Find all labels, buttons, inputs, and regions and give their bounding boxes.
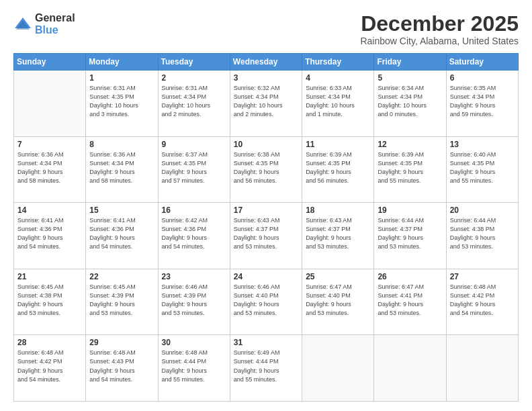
day-info: Sunrise: 6:35 AM Sunset: 4:34 PM Dayligh… xyxy=(450,84,515,119)
table-row: 8Sunrise: 6:36 AM Sunset: 4:34 PM Daylig… xyxy=(86,136,158,203)
day-number: 7 xyxy=(17,140,82,149)
day-number: 5 xyxy=(378,73,442,83)
day-number: 11 xyxy=(306,140,370,149)
day-number: 2 xyxy=(162,73,226,83)
day-number: 3 xyxy=(234,73,298,83)
day-info: Sunrise: 6:39 AM Sunset: 4:35 PM Dayligh… xyxy=(306,150,370,185)
day-info: Sunrise: 6:32 AM Sunset: 4:34 PM Dayligh… xyxy=(234,84,298,119)
day-number: 26 xyxy=(378,272,442,281)
day-info: Sunrise: 6:43 AM Sunset: 4:37 PM Dayligh… xyxy=(234,216,298,251)
title-block: December 2025 Rainbow City, Alabama, Uni… xyxy=(360,12,519,46)
day-info: Sunrise: 6:42 AM Sunset: 4:36 PM Dayligh… xyxy=(162,216,226,251)
table-row xyxy=(14,71,86,137)
calendar-header-row: Sunday Monday Tuesday Wednesday Thursday… xyxy=(14,54,519,71)
table-row: 10Sunrise: 6:38 AM Sunset: 4:35 PM Dayli… xyxy=(230,136,302,203)
table-row: 21Sunrise: 6:45 AM Sunset: 4:38 PM Dayli… xyxy=(14,269,86,335)
table-row: 19Sunrise: 6:44 AM Sunset: 4:37 PM Dayli… xyxy=(374,203,446,269)
calendar-week-row: 7Sunrise: 6:36 AM Sunset: 4:34 PM Daylig… xyxy=(14,136,519,203)
day-info: Sunrise: 6:45 AM Sunset: 4:38 PM Dayligh… xyxy=(17,283,82,318)
table-row: 1Sunrise: 6:31 AM Sunset: 4:35 PM Daylig… xyxy=(86,71,158,137)
table-row: 5Sunrise: 6:34 AM Sunset: 4:34 PM Daylig… xyxy=(374,71,446,137)
table-row: 3Sunrise: 6:32 AM Sunset: 4:34 PM Daylig… xyxy=(230,71,302,137)
day-number: 21 xyxy=(17,272,82,281)
month-title: December 2025 xyxy=(360,12,519,36)
table-row: 25Sunrise: 6:47 AM Sunset: 4:40 PM Dayli… xyxy=(302,269,374,335)
table-row xyxy=(302,335,374,402)
table-row: 29Sunrise: 6:48 AM Sunset: 4:43 PM Dayli… xyxy=(86,335,158,402)
day-number: 6 xyxy=(450,73,515,83)
table-row: 31Sunrise: 6:49 AM Sunset: 4:44 PM Dayli… xyxy=(230,335,302,402)
table-row: 23Sunrise: 6:46 AM Sunset: 4:39 PM Dayli… xyxy=(158,269,230,335)
day-info: Sunrise: 6:49 AM Sunset: 4:44 PM Dayligh… xyxy=(234,349,298,383)
col-friday: Friday xyxy=(374,54,446,71)
day-info: Sunrise: 6:34 AM Sunset: 4:34 PM Dayligh… xyxy=(378,84,442,119)
table-row xyxy=(446,335,518,402)
table-row: 15Sunrise: 6:41 AM Sunset: 4:36 PM Dayli… xyxy=(86,203,158,269)
calendar-week-row: 14Sunrise: 6:41 AM Sunset: 4:36 PM Dayli… xyxy=(14,203,519,269)
table-row: 17Sunrise: 6:43 AM Sunset: 4:37 PM Dayli… xyxy=(230,203,302,269)
col-wednesday: Wednesday xyxy=(230,54,302,71)
day-number: 9 xyxy=(162,140,226,149)
col-saturday: Saturday xyxy=(446,54,518,71)
table-row: 26Sunrise: 6:47 AM Sunset: 4:41 PM Dayli… xyxy=(374,269,446,335)
day-number: 18 xyxy=(306,205,370,215)
location: Rainbow City, Alabama, United States xyxy=(360,36,519,46)
col-thursday: Thursday xyxy=(302,54,374,71)
day-number: 13 xyxy=(450,140,515,149)
day-info: Sunrise: 6:40 AM Sunset: 4:35 PM Dayligh… xyxy=(450,150,515,185)
table-row: 18Sunrise: 6:43 AM Sunset: 4:37 PM Dayli… xyxy=(302,203,374,269)
day-number: 29 xyxy=(89,338,154,347)
table-row: 28Sunrise: 6:48 AM Sunset: 4:42 PM Dayli… xyxy=(14,335,86,402)
day-number: 31 xyxy=(234,338,298,347)
table-row: 20Sunrise: 6:44 AM Sunset: 4:38 PM Dayli… xyxy=(446,203,518,269)
day-number: 8 xyxy=(89,140,154,149)
day-number: 30 xyxy=(162,338,226,347)
day-number: 10 xyxy=(234,140,298,149)
day-number: 27 xyxy=(450,272,515,281)
day-number: 23 xyxy=(162,272,226,281)
day-info: Sunrise: 6:48 AM Sunset: 4:42 PM Dayligh… xyxy=(450,283,515,318)
calendar-week-row: 1Sunrise: 6:31 AM Sunset: 4:35 PM Daylig… xyxy=(14,71,519,137)
day-info: Sunrise: 6:37 AM Sunset: 4:35 PM Dayligh… xyxy=(162,150,226,185)
day-info: Sunrise: 6:31 AM Sunset: 4:35 PM Dayligh… xyxy=(89,84,154,119)
col-monday: Monday xyxy=(86,54,158,71)
day-number: 15 xyxy=(89,205,154,215)
day-info: Sunrise: 6:33 AM Sunset: 4:34 PM Dayligh… xyxy=(306,84,370,119)
day-number: 20 xyxy=(450,205,515,215)
table-row: 13Sunrise: 6:40 AM Sunset: 4:35 PM Dayli… xyxy=(446,136,518,203)
day-info: Sunrise: 6:48 AM Sunset: 4:42 PM Dayligh… xyxy=(17,349,82,383)
table-row: 14Sunrise: 6:41 AM Sunset: 4:36 PM Dayli… xyxy=(14,203,86,269)
day-number: 25 xyxy=(306,272,370,281)
col-sunday: Sunday xyxy=(14,54,86,71)
day-number: 19 xyxy=(378,205,442,215)
calendar-week-row: 28Sunrise: 6:48 AM Sunset: 4:42 PM Dayli… xyxy=(14,335,519,402)
day-number: 24 xyxy=(234,272,298,281)
day-info: Sunrise: 6:48 AM Sunset: 4:43 PM Dayligh… xyxy=(89,349,154,383)
day-info: Sunrise: 6:36 AM Sunset: 4:34 PM Dayligh… xyxy=(17,150,82,185)
table-row: 30Sunrise: 6:48 AM Sunset: 4:44 PM Dayli… xyxy=(158,335,230,402)
day-number: 17 xyxy=(234,205,298,215)
day-info: Sunrise: 6:43 AM Sunset: 4:37 PM Dayligh… xyxy=(306,216,370,251)
day-number: 22 xyxy=(89,272,154,281)
day-info: Sunrise: 6:46 AM Sunset: 4:40 PM Dayligh… xyxy=(234,283,298,318)
header: General Blue December 2025 Rainbow City,… xyxy=(13,12,519,46)
table-row: 4Sunrise: 6:33 AM Sunset: 4:34 PM Daylig… xyxy=(302,71,374,137)
logo-text: General Blue xyxy=(35,12,75,36)
logo-blue-text: Blue xyxy=(35,24,75,36)
table-row: 6Sunrise: 6:35 AM Sunset: 4:34 PM Daylig… xyxy=(446,71,518,137)
day-info: Sunrise: 6:48 AM Sunset: 4:44 PM Dayligh… xyxy=(162,349,226,383)
table-row: 27Sunrise: 6:48 AM Sunset: 4:42 PM Dayli… xyxy=(446,269,518,335)
table-row: 11Sunrise: 6:39 AM Sunset: 4:35 PM Dayli… xyxy=(302,136,374,203)
table-row: 9Sunrise: 6:37 AM Sunset: 4:35 PM Daylig… xyxy=(158,136,230,203)
day-number: 1 xyxy=(89,73,154,83)
logo-icon xyxy=(13,15,32,34)
day-number: 14 xyxy=(17,205,82,215)
table-row xyxy=(374,335,446,402)
day-info: Sunrise: 6:38 AM Sunset: 4:35 PM Dayligh… xyxy=(234,150,298,185)
table-row: 2Sunrise: 6:31 AM Sunset: 4:34 PM Daylig… xyxy=(158,71,230,137)
day-info: Sunrise: 6:44 AM Sunset: 4:37 PM Dayligh… xyxy=(378,216,442,251)
day-info: Sunrise: 6:36 AM Sunset: 4:34 PM Dayligh… xyxy=(89,150,154,185)
table-row: 24Sunrise: 6:46 AM Sunset: 4:40 PM Dayli… xyxy=(230,269,302,335)
day-info: Sunrise: 6:39 AM Sunset: 4:35 PM Dayligh… xyxy=(378,150,442,185)
day-number: 12 xyxy=(378,140,442,149)
